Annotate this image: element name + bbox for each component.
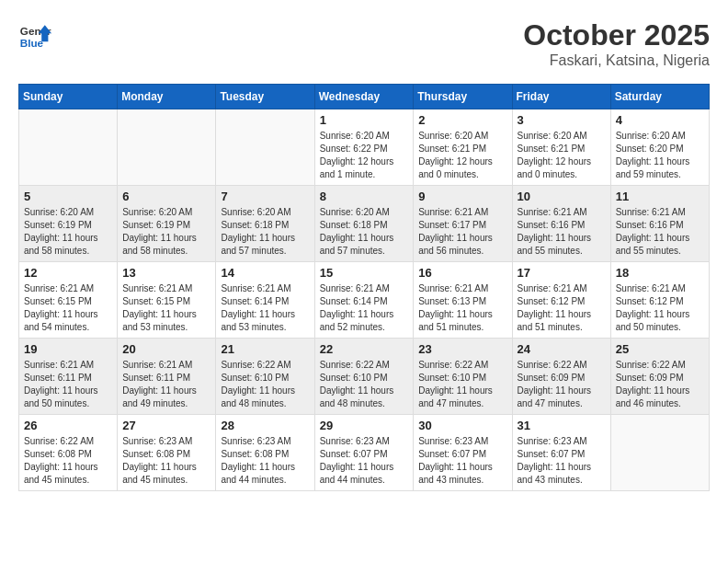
day-info: Sunrise: 6:22 AM Sunset: 6:10 PM Dayligh… <box>320 359 409 410</box>
svg-text:Blue: Blue <box>20 37 44 49</box>
title-block: October 2025 Faskari, Katsina, Nigeria <box>523 18 710 69</box>
day-info: Sunrise: 6:21 AM Sunset: 6:17 PM Dayligh… <box>418 206 506 258</box>
day-info: Sunrise: 6:22 AM Sunset: 6:09 PM Dayligh… <box>616 359 704 410</box>
day-info: Sunrise: 6:21 AM Sunset: 6:13 PM Dayligh… <box>418 282 506 334</box>
calendar-day-cell: 27Sunrise: 6:23 AM Sunset: 6:08 PM Dayli… <box>118 415 216 491</box>
day-number: 3 <box>518 113 606 127</box>
day-number: 21 <box>221 342 309 356</box>
day-number: 23 <box>418 342 506 356</box>
calendar-day-cell: 25Sunrise: 6:22 AM Sunset: 6:09 PM Dayli… <box>610 339 709 415</box>
day-number: 31 <box>518 419 606 432</box>
logo: General Blue <box>18 18 55 52</box>
calendar-day-cell: 7Sunrise: 6:20 AM Sunset: 6:18 PM Daylig… <box>216 186 314 262</box>
day-number: 17 <box>518 266 606 280</box>
day-number: 25 <box>616 342 704 356</box>
calendar-day-cell: 9Sunrise: 6:21 AM Sunset: 6:17 PM Daylig… <box>414 186 512 262</box>
day-info: Sunrise: 6:20 AM Sunset: 6:20 PM Dayligh… <box>616 130 704 181</box>
day-number: 22 <box>320 342 409 356</box>
day-info: Sunrise: 6:23 AM Sunset: 6:08 PM Dayligh… <box>221 435 309 487</box>
calendar-day-cell: 20Sunrise: 6:21 AM Sunset: 6:11 PM Dayli… <box>118 339 216 415</box>
calendar-day-cell: 4Sunrise: 6:20 AM Sunset: 6:20 PM Daylig… <box>610 109 709 186</box>
day-info: Sunrise: 6:20 AM Sunset: 6:21 PM Dayligh… <box>418 130 506 181</box>
calendar-day-cell: 3Sunrise: 6:20 AM Sunset: 6:21 PM Daylig… <box>512 109 610 186</box>
day-number: 7 <box>221 190 309 203</box>
day-number: 27 <box>122 419 210 432</box>
calendar-day-cell: 24Sunrise: 6:22 AM Sunset: 6:09 PM Dayli… <box>512 339 610 415</box>
calendar-day-cell: 17Sunrise: 6:21 AM Sunset: 6:12 PM Dayli… <box>512 262 610 339</box>
day-info: Sunrise: 6:21 AM Sunset: 6:12 PM Dayligh… <box>616 282 704 334</box>
calendar-day-cell: 1Sunrise: 6:20 AM Sunset: 6:22 PM Daylig… <box>314 109 414 186</box>
day-number: 4 <box>616 113 704 127</box>
calendar-day-cell: 28Sunrise: 6:23 AM Sunset: 6:08 PM Dayli… <box>216 415 314 491</box>
empty-cell <box>19 109 118 186</box>
calendar-day-cell: 21Sunrise: 6:22 AM Sunset: 6:10 PM Dayli… <box>216 339 314 415</box>
day-number: 10 <box>518 190 606 203</box>
calendar-week-row: 1Sunrise: 6:20 AM Sunset: 6:22 PM Daylig… <box>19 109 710 186</box>
day-number: 5 <box>24 190 112 203</box>
day-info: Sunrise: 6:23 AM Sunset: 6:07 PM Dayligh… <box>418 435 506 487</box>
calendar-day-cell: 22Sunrise: 6:22 AM Sunset: 6:10 PM Dayli… <box>314 339 414 415</box>
day-info: Sunrise: 6:21 AM Sunset: 6:16 PM Dayligh… <box>518 206 606 258</box>
calendar-day-cell: 5Sunrise: 6:20 AM Sunset: 6:19 PM Daylig… <box>19 186 118 262</box>
calendar-week-row: 12Sunrise: 6:21 AM Sunset: 6:15 PM Dayli… <box>19 262 710 339</box>
month-title: October 2025 <box>523 18 710 52</box>
day-number: 6 <box>122 190 210 203</box>
calendar-week-row: 19Sunrise: 6:21 AM Sunset: 6:11 PM Dayli… <box>19 339 710 415</box>
day-number: 24 <box>518 342 606 356</box>
calendar-day-cell: 6Sunrise: 6:20 AM Sunset: 6:19 PM Daylig… <box>118 186 216 262</box>
day-number: 26 <box>24 419 112 432</box>
day-info: Sunrise: 6:20 AM Sunset: 6:21 PM Dayligh… <box>518 130 606 181</box>
day-number: 16 <box>418 266 506 280</box>
calendar-table: SundayMondayTuesdayWednesdayThursdayFrid… <box>18 84 710 491</box>
day-info: Sunrise: 6:22 AM Sunset: 6:10 PM Dayligh… <box>221 359 309 410</box>
location-subtitle: Faskari, Katsina, Nigeria <box>523 52 710 69</box>
day-info: Sunrise: 6:21 AM Sunset: 6:14 PM Dayligh… <box>221 282 309 334</box>
day-info: Sunrise: 6:20 AM Sunset: 6:22 PM Dayligh… <box>320 130 409 181</box>
day-info: Sunrise: 6:20 AM Sunset: 6:18 PM Dayligh… <box>320 206 409 258</box>
day-info: Sunrise: 6:21 AM Sunset: 6:15 PM Dayligh… <box>24 282 112 334</box>
day-info: Sunrise: 6:23 AM Sunset: 6:08 PM Dayligh… <box>122 435 210 487</box>
day-number: 14 <box>221 266 309 280</box>
day-info: Sunrise: 6:21 AM Sunset: 6:11 PM Dayligh… <box>24 359 112 410</box>
calendar-day-cell: 12Sunrise: 6:21 AM Sunset: 6:15 PM Dayli… <box>19 262 118 339</box>
weekday-header-thursday: Thursday <box>414 85 512 109</box>
day-number: 30 <box>418 419 506 432</box>
weekday-header-row: SundayMondayTuesdayWednesdayThursdayFrid… <box>19 85 710 109</box>
calendar-day-cell: 10Sunrise: 6:21 AM Sunset: 6:16 PM Dayli… <box>512 186 610 262</box>
calendar-week-row: 5Sunrise: 6:20 AM Sunset: 6:19 PM Daylig… <box>19 186 710 262</box>
day-info: Sunrise: 6:21 AM Sunset: 6:12 PM Dayligh… <box>518 282 606 334</box>
day-info: Sunrise: 6:21 AM Sunset: 6:16 PM Dayligh… <box>616 206 704 258</box>
calendar-day-cell: 8Sunrise: 6:20 AM Sunset: 6:18 PM Daylig… <box>314 186 414 262</box>
day-info: Sunrise: 6:22 AM Sunset: 6:10 PM Dayligh… <box>418 359 506 410</box>
calendar-day-cell: 11Sunrise: 6:21 AM Sunset: 6:16 PM Dayli… <box>610 186 709 262</box>
empty-cell <box>610 415 709 491</box>
calendar-day-cell: 31Sunrise: 6:23 AM Sunset: 6:07 PM Dayli… <box>512 415 610 491</box>
day-info: Sunrise: 6:22 AM Sunset: 6:08 PM Dayligh… <box>24 435 112 487</box>
day-number: 9 <box>418 190 506 203</box>
calendar-week-row: 26Sunrise: 6:22 AM Sunset: 6:08 PM Dayli… <box>19 415 710 491</box>
day-number: 28 <box>221 419 309 432</box>
day-info: Sunrise: 6:20 AM Sunset: 6:19 PM Dayligh… <box>24 206 112 258</box>
logo-icon: General Blue <box>18 18 51 52</box>
day-number: 1 <box>320 113 409 127</box>
day-number: 12 <box>24 266 112 280</box>
calendar-day-cell: 18Sunrise: 6:21 AM Sunset: 6:12 PM Dayli… <box>610 262 709 339</box>
day-number: 19 <box>24 342 112 356</box>
weekday-header-wednesday: Wednesday <box>314 85 414 109</box>
day-number: 13 <box>122 266 210 280</box>
calendar-day-cell: 30Sunrise: 6:23 AM Sunset: 6:07 PM Dayli… <box>414 415 512 491</box>
calendar-day-cell: 26Sunrise: 6:22 AM Sunset: 6:08 PM Dayli… <box>19 415 118 491</box>
weekday-header-sunday: Sunday <box>19 85 118 109</box>
day-number: 29 <box>320 419 409 432</box>
day-info: Sunrise: 6:20 AM Sunset: 6:18 PM Dayligh… <box>221 206 309 258</box>
calendar-day-cell: 15Sunrise: 6:21 AM Sunset: 6:14 PM Dayli… <box>314 262 414 339</box>
day-number: 2 <box>418 113 506 127</box>
day-number: 15 <box>320 266 409 280</box>
calendar-day-cell: 16Sunrise: 6:21 AM Sunset: 6:13 PM Dayli… <box>414 262 512 339</box>
calendar-day-cell: 29Sunrise: 6:23 AM Sunset: 6:07 PM Dayli… <box>314 415 414 491</box>
calendar-day-cell: 19Sunrise: 6:21 AM Sunset: 6:11 PM Dayli… <box>19 339 118 415</box>
day-info: Sunrise: 6:20 AM Sunset: 6:19 PM Dayligh… <box>122 206 210 258</box>
day-number: 20 <box>122 342 210 356</box>
empty-cell <box>216 109 314 186</box>
weekday-header-friday: Friday <box>512 85 610 109</box>
